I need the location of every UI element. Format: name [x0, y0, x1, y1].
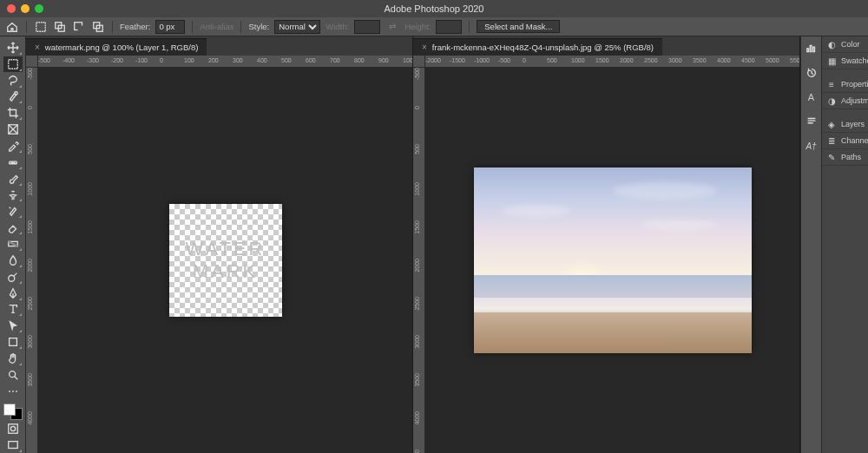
brush-tool[interactable]	[3, 171, 23, 187]
pen-tool[interactable]	[3, 286, 23, 301]
quick-select-tool[interactable]	[3, 89, 23, 105]
svg-rect-7	[8, 60, 17, 69]
ruler-tick: -200	[111, 57, 123, 63]
frame-tool[interactable]	[3, 121, 23, 137]
height-input[interactable]	[436, 20, 462, 34]
doc2-tabbar: × frank-mckenna-eXHeq48Z-Q4-unsplash.jpg…	[413, 36, 799, 56]
ruler-tick: 3000	[414, 335, 420, 349]
panel-label: Adjustments	[841, 96, 868, 105]
panel-layers[interactable]: ◈Layers	[822, 116, 868, 133]
marquee-tool[interactable]	[3, 56, 23, 72]
close-window-button[interactable]	[7, 4, 16, 13]
selection-new-icon[interactable]	[34, 20, 48, 34]
doc2-canvas[interactable]	[425, 68, 799, 453]
panel-swatches[interactable]: ▦Swatches	[822, 53, 868, 69]
selection-subtract-icon[interactable]	[72, 20, 86, 34]
ruler-tick: 400	[257, 57, 267, 63]
svg-rect-13	[9, 338, 16, 346]
zoom-window-button[interactable]	[35, 4, 43, 13]
ruler-tick: 4500	[741, 57, 755, 63]
selection-add-icon[interactable]	[53, 20, 67, 34]
screenmode-toggle[interactable]	[3, 437, 23, 453]
histogram-icon[interactable]	[805, 42, 819, 56]
ruler-tick: 2000	[27, 259, 33, 272]
ruler-tick: 5000	[766, 57, 779, 63]
panel-adjustments[interactable]: ◑Adjustments	[822, 93, 868, 109]
doc2-tab[interactable]: × frank-mckenna-eXHeq48Z-Q4-unsplash.jpg…	[413, 38, 662, 56]
swatches-icon: ▦	[826, 56, 837, 66]
style-label: Style:	[248, 22, 269, 31]
ruler-tick: 2500	[414, 297, 420, 311]
ruler-tick: 1000	[27, 182, 33, 196]
style-select[interactable]: Normal	[274, 20, 320, 34]
type-tool[interactable]	[3, 302, 23, 318]
panel-properties[interactable]: ≡Properties	[822, 76, 868, 93]
right-dock-collapsed: A A†	[800, 36, 821, 453]
ruler-tick: -500	[414, 68, 420, 80]
ruler-tick: 900	[378, 57, 389, 63]
quickmask-toggle[interactable]	[3, 421, 23, 437]
width-input[interactable]	[354, 20, 380, 34]
ruler-tick: 3000	[27, 335, 33, 349]
ruler-tick: 0	[160, 57, 163, 63]
history-brush-tool[interactable]	[3, 203, 23, 219]
history-icon[interactable]	[805, 66, 819, 80]
minimize-window-button[interactable]	[21, 4, 30, 13]
home-icon[interactable]	[5, 20, 19, 34]
tools-panel: ⋯	[0, 36, 26, 453]
ruler-tick: -500	[38, 57, 50, 63]
panel-label: Swatches	[841, 56, 868, 65]
close-icon[interactable]: ×	[422, 43, 427, 52]
adjustments-icon: ◑	[826, 95, 837, 106]
dodge-tool[interactable]	[3, 269, 23, 285]
document-1: × watermark.png @ 100% (Layer 1, RGB/8) …	[26, 36, 413, 453]
ruler-tick: 300	[233, 57, 243, 63]
ruler-tick: 5500	[790, 57, 799, 63]
ruler-tick: 500	[281, 57, 292, 63]
edit-toolbar[interactable]: ⋯	[3, 384, 23, 399]
clone-tool[interactable]	[3, 187, 23, 203]
svg-point-12	[8, 275, 14, 281]
lasso-tool[interactable]	[3, 73, 23, 89]
character-icon[interactable]: A	[805, 90, 819, 104]
channels-icon: ≣	[826, 135, 837, 146]
layers-icon: ◈	[826, 119, 837, 129]
panel-color[interactable]: ◐Color	[822, 36, 868, 53]
hand-tool[interactable]	[3, 351, 23, 366]
blur-tool[interactable]	[3, 253, 23, 268]
move-tool[interactable]	[3, 40, 23, 56]
doc1-canvas[interactable]: WATER MARK	[38, 68, 412, 453]
crop-tool[interactable]	[3, 105, 23, 121]
doc1-tab[interactable]: × watermark.png @ 100% (Layer 1, RGB/8)	[26, 38, 207, 56]
glyphs-icon[interactable]: A†	[805, 139, 819, 153]
zoom-tool[interactable]	[3, 367, 23, 383]
selection-intersect-icon[interactable]	[91, 20, 105, 34]
ruler-tick: 2500	[27, 297, 33, 311]
feather-input[interactable]	[155, 20, 185, 34]
ruler-tick: 1500	[595, 57, 609, 63]
panel-label: Channels	[841, 136, 868, 145]
svg-rect-4	[78, 26, 83, 31]
paragraph-icon[interactable]	[805, 115, 819, 128]
antialias-checkbox[interactable]: Anti-alias	[200, 22, 233, 31]
beach-image	[474, 167, 752, 353]
panel-dock: ◐Color▦Swatches≡Properties◑Adjustments◈L…	[821, 36, 868, 453]
eyedropper-tool[interactable]	[3, 138, 23, 154]
eraser-tool[interactable]	[3, 220, 23, 235]
app-title: Adobe Photoshop 2020	[385, 3, 484, 14]
ruler-tick: 1500	[27, 220, 33, 234]
close-icon[interactable]: ×	[35, 43, 40, 52]
ruler-tick: -400	[62, 57, 75, 63]
panel-channels[interactable]: ≣Channels	[822, 133, 868, 149]
healing-tool[interactable]	[3, 154, 23, 170]
feather-label: Feather:	[120, 22, 150, 31]
doc1-tab-label: watermark.png @ 100% (Layer 1, RGB/8)	[45, 43, 199, 52]
path-select-tool[interactable]	[3, 318, 23, 333]
ruler-tick: 4500	[414, 450, 420, 453]
gradient-tool[interactable]	[3, 236, 23, 252]
shape-tool[interactable]	[3, 334, 23, 350]
panel-paths[interactable]: ✎Paths	[822, 149, 868, 166]
select-and-mask-button[interactable]: Select and Mask...	[477, 20, 560, 33]
ruler-tick: 0	[523, 57, 526, 63]
color-swatches[interactable]	[3, 404, 23, 421]
